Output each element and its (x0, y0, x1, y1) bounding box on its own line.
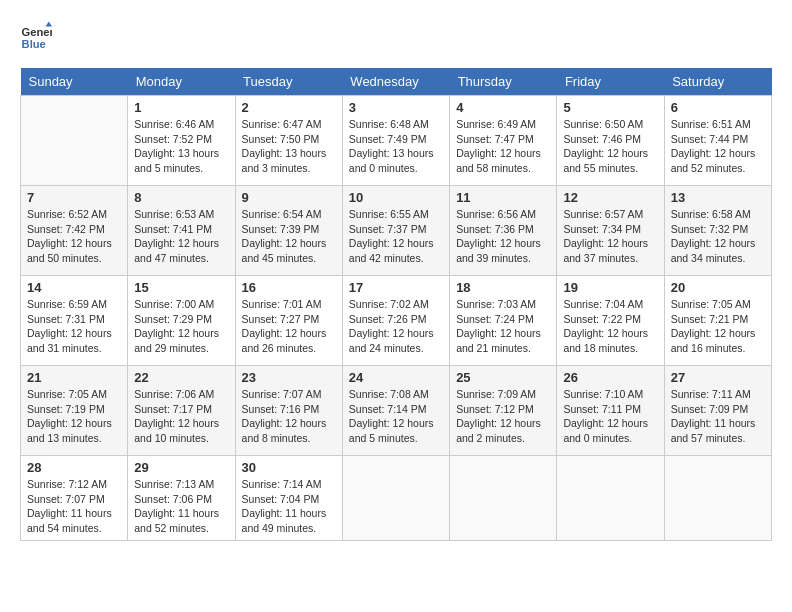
day-info: Sunrise: 6:57 AMSunset: 7:34 PMDaylight:… (563, 207, 657, 266)
day-number: 8 (134, 190, 228, 205)
calendar-cell: 24Sunrise: 7:08 AMSunset: 7:14 PMDayligh… (342, 366, 449, 456)
day-info: Sunrise: 6:59 AMSunset: 7:31 PMDaylight:… (27, 297, 121, 356)
calendar-cell: 30Sunrise: 7:14 AMSunset: 7:04 PMDayligh… (235, 456, 342, 541)
calendar-cell: 6Sunrise: 6:51 AMSunset: 7:44 PMDaylight… (664, 96, 771, 186)
day-info: Sunrise: 7:13 AMSunset: 7:06 PMDaylight:… (134, 477, 228, 536)
day-number: 1 (134, 100, 228, 115)
day-info: Sunrise: 7:03 AMSunset: 7:24 PMDaylight:… (456, 297, 550, 356)
calendar-cell: 7Sunrise: 6:52 AMSunset: 7:42 PMDaylight… (21, 186, 128, 276)
calendar-cell: 11Sunrise: 6:56 AMSunset: 7:36 PMDayligh… (450, 186, 557, 276)
logo-icon: General Blue (20, 20, 52, 52)
weekday-header-monday: Monday (128, 68, 235, 96)
weekday-header-tuesday: Tuesday (235, 68, 342, 96)
calendar-table: SundayMondayTuesdayWednesdayThursdayFrid… (20, 68, 772, 541)
calendar-cell (21, 96, 128, 186)
day-info: Sunrise: 6:49 AMSunset: 7:47 PMDaylight:… (456, 117, 550, 176)
day-number: 30 (242, 460, 336, 475)
day-number: 27 (671, 370, 765, 385)
day-number: 20 (671, 280, 765, 295)
day-number: 6 (671, 100, 765, 115)
day-number: 9 (242, 190, 336, 205)
day-info: Sunrise: 7:11 AMSunset: 7:09 PMDaylight:… (671, 387, 765, 446)
day-number: 23 (242, 370, 336, 385)
calendar-cell: 28Sunrise: 7:12 AMSunset: 7:07 PMDayligh… (21, 456, 128, 541)
calendar-cell: 1Sunrise: 6:46 AMSunset: 7:52 PMDaylight… (128, 96, 235, 186)
day-number: 4 (456, 100, 550, 115)
day-info: Sunrise: 6:46 AMSunset: 7:52 PMDaylight:… (134, 117, 228, 176)
calendar-cell: 4Sunrise: 6:49 AMSunset: 7:47 PMDaylight… (450, 96, 557, 186)
svg-marker-2 (46, 22, 52, 27)
svg-text:General: General (22, 26, 52, 38)
day-number: 12 (563, 190, 657, 205)
weekday-header-sunday: Sunday (21, 68, 128, 96)
weekday-header-saturday: Saturday (664, 68, 771, 96)
calendar-header: SundayMondayTuesdayWednesdayThursdayFrid… (21, 68, 772, 96)
day-number: 24 (349, 370, 443, 385)
calendar-cell: 17Sunrise: 7:02 AMSunset: 7:26 PMDayligh… (342, 276, 449, 366)
day-info: Sunrise: 6:56 AMSunset: 7:36 PMDaylight:… (456, 207, 550, 266)
day-number: 13 (671, 190, 765, 205)
day-number: 26 (563, 370, 657, 385)
day-info: Sunrise: 6:54 AMSunset: 7:39 PMDaylight:… (242, 207, 336, 266)
day-info: Sunrise: 7:08 AMSunset: 7:14 PMDaylight:… (349, 387, 443, 446)
day-number: 28 (27, 460, 121, 475)
day-info: Sunrise: 7:02 AMSunset: 7:26 PMDaylight:… (349, 297, 443, 356)
calendar-cell (664, 456, 771, 541)
page-header: General Blue (20, 20, 772, 52)
day-number: 22 (134, 370, 228, 385)
weekday-header-friday: Friday (557, 68, 664, 96)
day-number: 25 (456, 370, 550, 385)
calendar-cell: 10Sunrise: 6:55 AMSunset: 7:37 PMDayligh… (342, 186, 449, 276)
day-info: Sunrise: 6:53 AMSunset: 7:41 PMDaylight:… (134, 207, 228, 266)
day-number: 18 (456, 280, 550, 295)
day-info: Sunrise: 6:52 AMSunset: 7:42 PMDaylight:… (27, 207, 121, 266)
calendar-cell: 15Sunrise: 7:00 AMSunset: 7:29 PMDayligh… (128, 276, 235, 366)
calendar-cell: 18Sunrise: 7:03 AMSunset: 7:24 PMDayligh… (450, 276, 557, 366)
day-info: Sunrise: 6:51 AMSunset: 7:44 PMDaylight:… (671, 117, 765, 176)
calendar-cell: 25Sunrise: 7:09 AMSunset: 7:12 PMDayligh… (450, 366, 557, 456)
day-info: Sunrise: 7:05 AMSunset: 7:19 PMDaylight:… (27, 387, 121, 446)
day-info: Sunrise: 6:55 AMSunset: 7:37 PMDaylight:… (349, 207, 443, 266)
day-number: 10 (349, 190, 443, 205)
day-number: 5 (563, 100, 657, 115)
day-info: Sunrise: 7:10 AMSunset: 7:11 PMDaylight:… (563, 387, 657, 446)
calendar-cell: 29Sunrise: 7:13 AMSunset: 7:06 PMDayligh… (128, 456, 235, 541)
calendar-cell: 5Sunrise: 6:50 AMSunset: 7:46 PMDaylight… (557, 96, 664, 186)
day-number: 21 (27, 370, 121, 385)
calendar-cell: 26Sunrise: 7:10 AMSunset: 7:11 PMDayligh… (557, 366, 664, 456)
day-info: Sunrise: 7:12 AMSunset: 7:07 PMDaylight:… (27, 477, 121, 536)
day-number: 16 (242, 280, 336, 295)
calendar-cell: 14Sunrise: 6:59 AMSunset: 7:31 PMDayligh… (21, 276, 128, 366)
day-number: 7 (27, 190, 121, 205)
day-number: 29 (134, 460, 228, 475)
calendar-cell: 3Sunrise: 6:48 AMSunset: 7:49 PMDaylight… (342, 96, 449, 186)
day-info: Sunrise: 7:01 AMSunset: 7:27 PMDaylight:… (242, 297, 336, 356)
weekday-header-thursday: Thursday (450, 68, 557, 96)
calendar-cell: 16Sunrise: 7:01 AMSunset: 7:27 PMDayligh… (235, 276, 342, 366)
day-info: Sunrise: 7:07 AMSunset: 7:16 PMDaylight:… (242, 387, 336, 446)
calendar-cell: 21Sunrise: 7:05 AMSunset: 7:19 PMDayligh… (21, 366, 128, 456)
day-info: Sunrise: 6:58 AMSunset: 7:32 PMDaylight:… (671, 207, 765, 266)
svg-text:Blue: Blue (22, 38, 46, 50)
calendar-cell: 19Sunrise: 7:04 AMSunset: 7:22 PMDayligh… (557, 276, 664, 366)
day-number: 17 (349, 280, 443, 295)
calendar-cell (450, 456, 557, 541)
day-info: Sunrise: 7:14 AMSunset: 7:04 PMDaylight:… (242, 477, 336, 536)
calendar-cell: 12Sunrise: 6:57 AMSunset: 7:34 PMDayligh… (557, 186, 664, 276)
day-number: 14 (27, 280, 121, 295)
weekday-header-wednesday: Wednesday (342, 68, 449, 96)
logo: General Blue (20, 20, 56, 52)
day-info: Sunrise: 6:48 AMSunset: 7:49 PMDaylight:… (349, 117, 443, 176)
calendar-cell: 23Sunrise: 7:07 AMSunset: 7:16 PMDayligh… (235, 366, 342, 456)
calendar-cell: 27Sunrise: 7:11 AMSunset: 7:09 PMDayligh… (664, 366, 771, 456)
day-number: 3 (349, 100, 443, 115)
day-info: Sunrise: 7:04 AMSunset: 7:22 PMDaylight:… (563, 297, 657, 356)
calendar-cell: 22Sunrise: 7:06 AMSunset: 7:17 PMDayligh… (128, 366, 235, 456)
day-number: 11 (456, 190, 550, 205)
calendar-cell: 2Sunrise: 6:47 AMSunset: 7:50 PMDaylight… (235, 96, 342, 186)
calendar-cell: 20Sunrise: 7:05 AMSunset: 7:21 PMDayligh… (664, 276, 771, 366)
calendar-cell: 8Sunrise: 6:53 AMSunset: 7:41 PMDaylight… (128, 186, 235, 276)
day-info: Sunrise: 6:50 AMSunset: 7:46 PMDaylight:… (563, 117, 657, 176)
calendar-cell (557, 456, 664, 541)
day-info: Sunrise: 6:47 AMSunset: 7:50 PMDaylight:… (242, 117, 336, 176)
